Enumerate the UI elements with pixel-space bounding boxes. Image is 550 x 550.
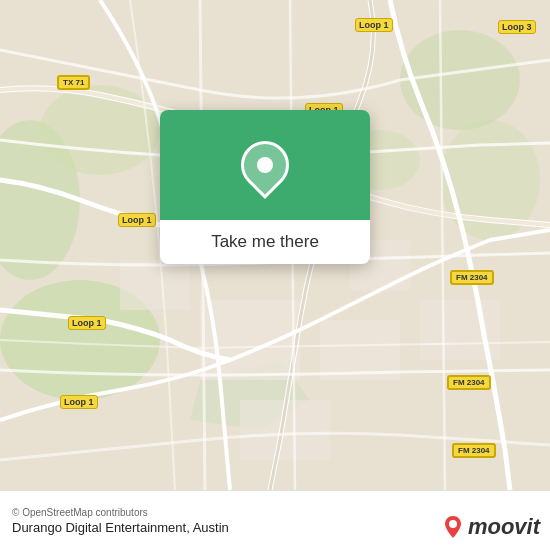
tx71-label: TX 71 xyxy=(57,75,90,90)
loop1-lower-label: Loop 1 xyxy=(68,316,106,330)
fm2304-right-label: FM 2304 xyxy=(450,270,494,285)
map-container: Loop 1 Loop 3 TX 71 Loop 1 Loop 1 FM 230… xyxy=(0,0,550,490)
popup-header xyxy=(160,110,370,220)
popup-card: Take me there xyxy=(160,110,370,264)
loop1-bottom-label: Loop 1 xyxy=(60,395,98,409)
svg-rect-10 xyxy=(120,260,190,310)
fm2304-bot-label: FM 2304 xyxy=(452,443,496,458)
moovit-logo: moovit xyxy=(442,514,540,540)
svg-point-4 xyxy=(400,30,520,130)
loop1-left-label: Loop 1 xyxy=(118,213,156,227)
take-me-there-button[interactable]: Take me there xyxy=(160,220,370,264)
loop1-top-label: Loop 1 xyxy=(355,18,393,32)
moovit-text: moovit xyxy=(468,514,540,540)
svg-point-14 xyxy=(449,520,457,528)
moovit-pin-icon xyxy=(442,514,464,540)
loop3-top-label: Loop 3 xyxy=(498,20,536,34)
fm2304-mid-label: FM 2304 xyxy=(447,375,491,390)
bottom-bar: © OpenStreetMap contributors Durango Dig… xyxy=(0,490,550,550)
svg-point-3 xyxy=(40,85,160,175)
location-pin-icon xyxy=(241,141,289,189)
